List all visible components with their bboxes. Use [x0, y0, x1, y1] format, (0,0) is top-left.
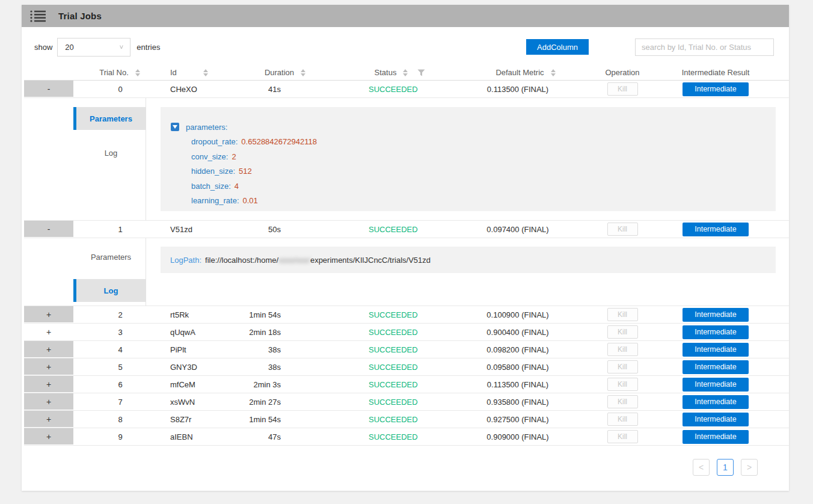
page-1-button[interactable]: 1 [717, 459, 734, 476]
metric-cell: 0.909000 (FINAL) [463, 428, 589, 445]
add-column-button[interactable]: AddColumn [526, 39, 589, 55]
sort-icon[interactable] [202, 68, 209, 78]
table-row: + 3 qUqwA 2min 18s SUCCEEDED 0.900400 (F… [24, 324, 789, 341]
kill-button[interactable]: Kill [607, 430, 638, 443]
parameter-key: conv_size: [191, 152, 228, 161]
redacted-path-segment: xxxx/xxx/ [278, 256, 310, 265]
table-row: + 6 mfCeM 2min 3s SUCCEEDED 0.113500 (FI… [24, 376, 789, 393]
intermediate-button[interactable]: Intermediate [683, 413, 749, 426]
status-cell: SUCCEEDED [337, 324, 463, 340]
expand-row-button[interactable]: + [24, 358, 73, 375]
kill-button[interactable]: Kill [607, 308, 638, 321]
parameter-row: conv_size:2 [191, 150, 764, 165]
detail-tabs: Parameters Log [73, 238, 146, 306]
sort-icon[interactable] [550, 68, 557, 78]
sort-icon[interactable] [134, 68, 141, 78]
trial-id-cell: S8Z7r [167, 411, 235, 428]
detail-tabs: Parameters Log [73, 98, 146, 220]
parameter-key: dropout_rate: [191, 137, 238, 146]
header-operation-label: Operation [605, 68, 639, 77]
parameters-content: parameters: dropout_rate:0.6528842672942… [161, 107, 776, 211]
kill-button[interactable]: Kill [607, 223, 638, 236]
metric-cell: 0.113500 (FINAL) [463, 376, 589, 393]
expand-row-button[interactable]: + [24, 341, 73, 358]
intermediate-button[interactable]: Intermediate [683, 395, 749, 409]
trial-id-cell: GNY3D [167, 358, 235, 375]
trial-no-cell: 0 [73, 81, 167, 97]
metric-cell: 0.113500 (FINAL) [463, 81, 589, 97]
expand-row-button[interactable]: + [24, 306, 73, 323]
parameters-list: dropout_rate:0.6528842672942118conv_size… [171, 135, 764, 209]
kill-button[interactable]: Kill [607, 82, 638, 96]
next-page-button[interactable]: > [741, 459, 758, 476]
prev-page-button[interactable]: < [693, 459, 710, 476]
row-filler [776, 81, 789, 97]
parameter-value: 0.01 [243, 196, 258, 205]
parameter-row: batch_size:4 [191, 179, 764, 194]
expand-row-button[interactable]: + [24, 428, 73, 445]
expand-row-button[interactable]: + [24, 324, 73, 340]
intermediate-button[interactable]: Intermediate [683, 378, 749, 392]
status-cell: SUCCEEDED [337, 341, 463, 358]
table-row: - 1 V51zd 50s SUCCEEDED 0.097400 (FINAL)… [24, 221, 789, 238]
intermediate-button[interactable]: Intermediate [683, 360, 749, 374]
table-header-row: Trial No. Id Duration Status Default Met… [24, 65, 789, 81]
filter-icon[interactable] [417, 69, 425, 76]
intermediate-button[interactable]: Intermediate [683, 308, 749, 322]
expand-row-button[interactable]: + [24, 376, 73, 393]
header-trial-no-label: Trial No. [99, 68, 129, 77]
kill-button[interactable]: Kill [607, 395, 638, 408]
duration-cell: 1min 54s [235, 411, 337, 428]
logpath-label: LogPath: [170, 256, 201, 265]
list-icon [30, 10, 46, 23]
trial-id-cell: aIEBN [167, 428, 235, 445]
tab-log[interactable]: Log [73, 141, 146, 164]
row-filler [776, 324, 789, 340]
table-row: + 7 xsWvN 2min 27s SUCCEEDED 0.935800 (F… [24, 393, 789, 411]
expand-row-button[interactable]: - [24, 81, 73, 97]
intermediate-button[interactable]: Intermediate [683, 82, 749, 96]
intermediate-button[interactable]: Intermediate [683, 325, 749, 339]
status-cell: SUCCEEDED [337, 221, 463, 238]
status-cell: SUCCEEDED [337, 81, 463, 97]
entries-select[interactable]: 20 ∨ [57, 38, 130, 57]
kill-button[interactable]: Kill [607, 360, 638, 373]
kill-button[interactable]: Kill [607, 413, 638, 426]
tab-log[interactable]: Log [73, 279, 146, 302]
intermediate-button[interactable]: Intermediate [683, 430, 749, 444]
parameter-value: 2 [232, 152, 236, 161]
header-default-metric[interactable]: Default Metric [463, 65, 589, 80]
tab-parameters[interactable]: Parameters [73, 245, 146, 268]
intermediate-button[interactable]: Intermediate [683, 343, 749, 357]
header-status[interactable]: Status [337, 65, 463, 80]
log-content: LogPath: file://localhost:/home/xxxx/xxx… [161, 247, 776, 273]
kill-button[interactable]: Kill [607, 343, 638, 356]
header-duration-label: Duration [265, 68, 294, 77]
sort-icon[interactable] [299, 68, 307, 78]
json-collapse-toggle-icon[interactable] [171, 123, 179, 131]
sort-icon[interactable] [402, 68, 409, 78]
row-filler [776, 376, 789, 393]
trial-no-cell: 2 [73, 306, 167, 323]
header-expand [24, 65, 73, 80]
expand-row-button[interactable]: + [24, 393, 73, 410]
table-row: + 5 GNY3D 38s SUCCEEDED 0.095800 (FINAL)… [24, 358, 789, 376]
intermediate-button[interactable]: Intermediate [683, 223, 749, 236]
header-trial-no[interactable]: Trial No. [73, 65, 167, 80]
kill-button[interactable]: Kill [607, 378, 638, 391]
metric-cell: 0.098200 (FINAL) [463, 341, 589, 358]
metric-cell: 0.097400 (FINAL) [463, 221, 589, 238]
kill-button[interactable]: Kill [607, 325, 638, 339]
header-status-label: Status [375, 68, 397, 77]
duration-cell: 38s [235, 341, 337, 358]
tab-parameters[interactable]: Parameters [73, 107, 146, 130]
header-duration[interactable]: Duration [235, 65, 337, 80]
expand-row-button[interactable]: + [24, 411, 73, 428]
status-cell: SUCCEEDED [337, 393, 463, 410]
search-input[interactable] [635, 38, 774, 56]
entries-label: entries [137, 43, 160, 52]
logpath-value: file://localhost:/home/xxxx/xxx/experime… [205, 256, 431, 265]
expand-row-button[interactable]: - [24, 221, 73, 238]
header-id[interactable]: Id [167, 65, 235, 80]
row-filler [776, 306, 789, 323]
